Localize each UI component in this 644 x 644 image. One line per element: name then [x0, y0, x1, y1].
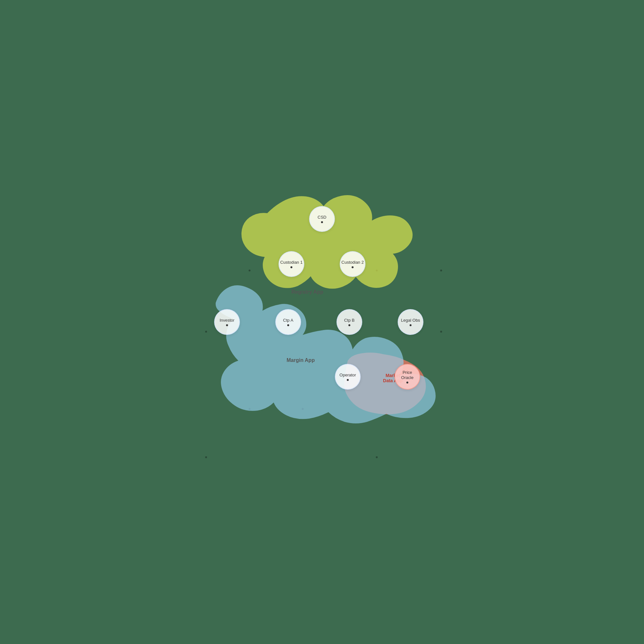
- diagram-container: Registry App Margin App MarketData App C…: [177, 177, 467, 467]
- node-legalobs-dot: [410, 324, 412, 326]
- registry-app-label: Registry App: [291, 289, 323, 295]
- node-custodian2-label: Custodian 2: [341, 260, 364, 265]
- node-legalobs-label: Legal Obs: [401, 318, 420, 323]
- node-csd[interactable]: CSD: [309, 206, 335, 232]
- node-ctpb[interactable]: Ctp B: [336, 309, 362, 335]
- node-custodian1-label: Custodian 1: [280, 260, 302, 265]
- node-priceoracle[interactable]: PriceOracle: [394, 364, 420, 390]
- node-custodian1[interactable]: Custodian 1: [279, 251, 304, 277]
- node-csd-dot: [321, 221, 323, 223]
- node-ctpa-dot: [287, 324, 289, 326]
- node-operator-label: Operator: [339, 373, 356, 378]
- node-ctpa-label: Ctp A: [283, 318, 293, 323]
- node-priceoracle-label: PriceOracle: [401, 370, 413, 380]
- node-legalobs[interactable]: Legal Obs: [398, 309, 423, 335]
- node-priceoracle-dot: [406, 382, 408, 384]
- node-investor-dot: [226, 324, 228, 326]
- node-investor-label: Investor: [220, 318, 234, 323]
- node-csd-label: CSD: [317, 215, 326, 220]
- node-custodian1-dot: [290, 266, 292, 268]
- node-custodian2[interactable]: Custodian 2: [340, 251, 365, 277]
- node-investor[interactable]: Investor: [214, 309, 240, 335]
- node-ctpb-dot: [348, 324, 350, 326]
- node-operator[interactable]: Operator: [335, 364, 361, 390]
- node-ctpa[interactable]: Ctp A: [275, 309, 301, 335]
- node-ctpb-label: Ctp B: [344, 318, 355, 323]
- node-custodian2-dot: [352, 266, 354, 268]
- node-operator-dot: [347, 379, 349, 381]
- margin-app-label: Margin App: [287, 357, 315, 363]
